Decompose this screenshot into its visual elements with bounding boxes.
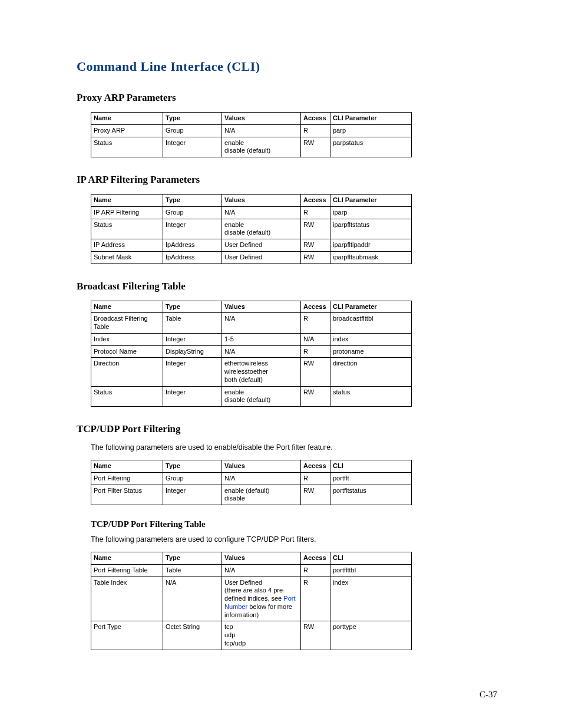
table-header-cell: Type: [163, 460, 222, 473]
cell-type: Integer: [163, 219, 222, 239]
cell-type: Octet String: [163, 621, 222, 650]
parameter-table: NameTypeValuesAccessCLI ParameterProxy A…: [91, 112, 412, 157]
table-header-cell: Values: [222, 552, 301, 565]
sections-container: Proxy ARP ParametersNameTypeValuesAccess…: [77, 92, 497, 650]
page-title: Command Line Interface (CLI): [77, 59, 497, 74]
table-row: Subnet MaskIpAddressUser DefinedRWiparpf…: [91, 251, 412, 263]
cell-access: R: [301, 472, 330, 485]
page-number: C-37: [480, 690, 497, 700]
cell-type: Group: [163, 472, 222, 485]
table-header-cell: Name: [91, 460, 163, 473]
cell-values: enable (default)disable: [222, 485, 301, 505]
table-header-cell: CLI: [330, 460, 412, 473]
cell-name: Protocol Name: [91, 345, 163, 358]
cell-values: User Defined: [222, 239, 301, 252]
cell-access: R: [301, 206, 330, 219]
parameter-table: NameTypeValuesAccessCLIPort FilteringGro…: [91, 460, 412, 505]
cell-access: N/A: [301, 333, 330, 345]
cell-values: N/A: [222, 345, 301, 358]
table-row: Protocol NameDisplayStringN/ARprotoname: [91, 345, 412, 358]
cell-cli: index: [330, 577, 412, 621]
section-heading: Broadcast Filtering Table: [77, 281, 497, 292]
table-row: Broadcast Filtering TableTableN/ARbroadc…: [91, 313, 412, 334]
parameter-table: NameTypeValuesAccessCLI ParameterIP ARP …: [91, 194, 412, 264]
cell-cli: iparpfltsubmask: [330, 251, 412, 263]
section-description: The following parameters are used to con…: [91, 535, 497, 543]
cell-type: Group: [163, 206, 222, 219]
cell-name: Status: [91, 137, 163, 157]
table-header-cell: Access: [301, 301, 330, 313]
cell-name: Port Filter Status: [91, 485, 163, 505]
table-header-cell: Access: [301, 460, 330, 473]
cell-name: Proxy ARP: [91, 124, 163, 137]
cell-type: IpAddress: [163, 239, 222, 252]
table-header-cell: Access: [301, 113, 330, 125]
parameter-table: NameTypeValuesAccessCLI ParameterBroadca…: [91, 301, 412, 407]
cell-values: enabledisable (default): [222, 137, 301, 157]
cell-name: Status: [91, 386, 163, 407]
cell-name: Status: [91, 219, 163, 239]
cell-values: N/A: [222, 124, 301, 137]
cell-cli: porttype: [330, 621, 412, 650]
cell-values: N/A: [222, 564, 301, 577]
table-row: Port Filtering TableTableN/ARportflttbl: [91, 564, 412, 577]
cell-cli: iparpfltstatus: [330, 219, 412, 239]
cell-access: RW: [301, 239, 330, 252]
table-row: Port TypeOctet Stringtcpudptcp/udpRWport…: [91, 621, 412, 650]
parameter-table: NameTypeValuesAccessCLIPort Filtering Ta…: [91, 552, 412, 650]
table-header-cell: Values: [222, 195, 301, 207]
table-header-cell: CLI Parameter: [330, 195, 412, 207]
cell-access: RW: [301, 219, 330, 239]
cell-values: N/A: [222, 206, 301, 219]
cell-type: N/A: [163, 577, 222, 621]
cell-name: Broadcast Filtering Table: [91, 313, 163, 334]
section-heading: TCP/UDP Port Filtering Table: [91, 519, 497, 529]
cell-name: Index: [91, 333, 163, 345]
cell-access: R: [301, 564, 330, 577]
cell-values: N/A: [222, 472, 301, 485]
cell-name: Table Index: [91, 577, 163, 621]
cell-access: RW: [301, 358, 330, 386]
section-heading: Proxy ARP Parameters: [77, 92, 497, 104]
port-number-link[interactable]: Port Number: [224, 595, 295, 610]
table-header-cell: CLI: [330, 552, 412, 565]
table-row: Port Filter StatusIntegerenable (default…: [91, 485, 412, 505]
cell-values: tcpudptcp/udp: [222, 621, 301, 650]
cell-type: Integer: [163, 137, 222, 157]
cell-values: N/A: [222, 313, 301, 334]
table-header-cell: Type: [163, 195, 222, 207]
cell-access: R: [301, 313, 330, 334]
cell-type: Group: [163, 124, 222, 137]
cell-access: RW: [301, 485, 330, 505]
cell-access: RW: [301, 621, 330, 650]
cell-type: Integer: [163, 358, 222, 386]
cell-type: Table: [163, 313, 222, 334]
table-header-cell: Name: [91, 195, 163, 207]
table-row: Port FilteringGroupN/ARportflt: [91, 472, 412, 485]
cell-type: Integer: [163, 485, 222, 505]
cell-name: IP Address: [91, 239, 163, 252]
cell-cli: portflt: [330, 472, 412, 485]
cell-name: Port Filtering: [91, 472, 163, 485]
cell-name: Direction: [91, 358, 163, 386]
cell-values: User Defined(there are also 4 pre-define…: [222, 577, 301, 621]
cell-values: User Defined: [222, 251, 301, 263]
table-row: StatusIntegerenabledisable (default)RWst…: [91, 386, 412, 407]
table-header-cell: CLI Parameter: [330, 113, 412, 125]
table-row: IndexInteger1-5N/Aindex: [91, 333, 412, 345]
cell-cli: iparpfltipaddr: [330, 239, 412, 252]
cell-type: Table: [163, 564, 222, 577]
table-row: Proxy ARPGroupN/ARparp: [91, 124, 412, 137]
cell-cli: protoname: [330, 345, 412, 358]
cell-cli: parp: [330, 124, 412, 137]
section-heading: IP ARP Filtering Parameters: [77, 174, 497, 186]
table-header-cell: CLI Parameter: [330, 301, 412, 313]
table-header-cell: Access: [301, 195, 330, 207]
table-header-cell: Name: [91, 113, 163, 125]
cell-type: IpAddress: [163, 251, 222, 263]
cell-cli: status: [330, 386, 412, 407]
cell-cli: parpstatus: [330, 137, 412, 157]
cell-access: RW: [301, 251, 330, 263]
cell-cli: portfltstatus: [330, 485, 412, 505]
cell-name: Port Type: [91, 621, 163, 650]
